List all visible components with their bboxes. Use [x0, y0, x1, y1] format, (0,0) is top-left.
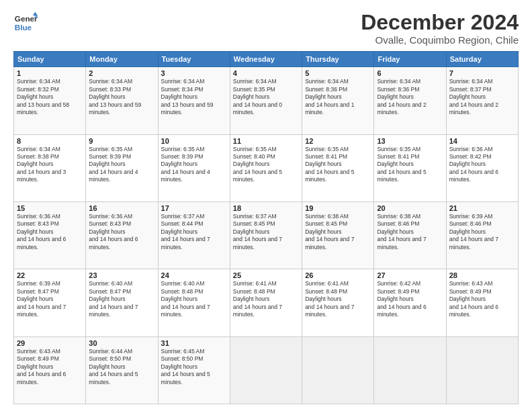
calendar-cell: 31 Sunrise: 6:45 AMSunset: 8:50 PMDaylig…: [158, 336, 230, 404]
day-info: Sunrise: 6:43 AMSunset: 8:49 PMDaylight …: [17, 348, 83, 386]
calendar-week-1: 1 Sunrise: 6:34 AMSunset: 8:32 PMDayligh…: [14, 67, 519, 134]
day-number: 16: [89, 204, 154, 212]
calendar-cell: 5 Sunrise: 6:34 AMSunset: 8:36 PMDayligh…: [302, 67, 374, 134]
page: General Blue December 2024 Ovalle, Coqui…: [0, 0, 532, 411]
calendar-header-row: SundayMondayTuesdayWednesdayThursdayFrid…: [14, 52, 519, 67]
day-number: 25: [233, 271, 299, 279]
day-number: 20: [377, 204, 443, 212]
title-block: December 2024 Ovalle, Coquimbo Region, C…: [361, 11, 519, 46]
day-info: Sunrise: 6:34 AMSunset: 8:38 PMDaylight …: [17, 146, 83, 184]
calendar-cell: 23 Sunrise: 6:40 AMSunset: 8:47 PMDaylig…: [86, 269, 158, 336]
day-info: Sunrise: 6:38 AMSunset: 8:46 PMDaylight …: [377, 213, 443, 251]
calendar-week-5: 29 Sunrise: 6:43 AMSunset: 8:49 PMDaylig…: [14, 336, 519, 404]
calendar-cell: 17 Sunrise: 6:37 AMSunset: 8:44 PMDaylig…: [158, 201, 230, 269]
day-number: 24: [161, 271, 227, 279]
weekday-header-tuesday: Tuesday: [158, 52, 230, 67]
weekday-header-saturday: Saturday: [446, 52, 518, 67]
day-number: 12: [305, 137, 371, 145]
day-info: Sunrise: 6:39 AMSunset: 8:47 PMDaylight …: [17, 280, 83, 318]
calendar-cell: 9 Sunrise: 6:35 AMSunset: 8:39 PMDayligh…: [86, 134, 158, 201]
day-number: 31: [161, 339, 227, 347]
day-number: 1: [17, 69, 83, 77]
day-info: Sunrise: 6:35 AMSunset: 8:40 PMDaylight …: [233, 146, 299, 184]
day-info: Sunrise: 6:44 AMSunset: 8:50 PMDaylight …: [89, 348, 154, 386]
calendar-cell: 4 Sunrise: 6:34 AMSunset: 8:35 PMDayligh…: [230, 67, 302, 134]
day-number: 19: [305, 204, 371, 212]
day-number: 21: [449, 204, 515, 212]
day-info: Sunrise: 6:40 AMSunset: 8:47 PMDaylight …: [89, 280, 154, 318]
day-info: Sunrise: 6:34 AMSunset: 8:35 PMDaylight …: [233, 78, 299, 116]
calendar-cell: 19 Sunrise: 6:38 AMSunset: 8:45 PMDaylig…: [302, 201, 374, 269]
calendar-cell: 12 Sunrise: 6:35 AMSunset: 8:41 PMDaylig…: [302, 134, 374, 201]
calendar-cell: 27 Sunrise: 6:42 AMSunset: 8:49 PMDaylig…: [374, 269, 446, 336]
calendar-cell: [374, 336, 446, 404]
day-number: 18: [233, 204, 299, 212]
weekday-header-thursday: Thursday: [302, 52, 374, 67]
weekday-header-friday: Friday: [374, 52, 446, 67]
logo-icon: General Blue: [13, 11, 38, 35]
day-number: 23: [89, 271, 154, 279]
calendar-cell: 25 Sunrise: 6:41 AMSunset: 8:48 PMDaylig…: [230, 269, 302, 336]
calendar-cell: 8 Sunrise: 6:34 AMSunset: 8:38 PMDayligh…: [14, 134, 86, 201]
calendar-cell: [446, 336, 518, 404]
calendar-table: SundayMondayTuesdayWednesdayThursdayFrid…: [13, 51, 519, 404]
day-info: Sunrise: 6:37 AMSunset: 8:44 PMDaylight …: [161, 213, 227, 251]
day-number: 22: [17, 271, 83, 279]
day-info: Sunrise: 6:41 AMSunset: 8:48 PMDaylight …: [233, 280, 299, 318]
calendar-week-4: 22 Sunrise: 6:39 AMSunset: 8:47 PMDaylig…: [14, 269, 519, 336]
day-number: 17: [161, 204, 227, 212]
calendar-cell: 3 Sunrise: 6:34 AMSunset: 8:34 PMDayligh…: [158, 67, 230, 134]
calendar-cell: 2 Sunrise: 6:34 AMSunset: 8:33 PMDayligh…: [86, 67, 158, 134]
calendar-week-3: 15 Sunrise: 6:36 AMSunset: 8:43 PMDaylig…: [14, 201, 519, 269]
day-number: 9: [89, 137, 154, 145]
day-number: 5: [305, 69, 371, 77]
day-number: 3: [161, 69, 227, 77]
day-number: 29: [17, 339, 83, 347]
calendar-cell: 24 Sunrise: 6:40 AMSunset: 8:48 PMDaylig…: [158, 269, 230, 336]
day-info: Sunrise: 6:34 AMSunset: 8:36 PMDaylight …: [377, 78, 443, 116]
calendar-cell: 21 Sunrise: 6:39 AMSunset: 8:46 PMDaylig…: [446, 201, 518, 269]
day-info: Sunrise: 6:38 AMSunset: 8:45 PMDaylight …: [305, 213, 371, 251]
calendar-cell: 13 Sunrise: 6:35 AMSunset: 8:41 PMDaylig…: [374, 134, 446, 201]
weekday-header-monday: Monday: [86, 52, 158, 67]
day-number: 11: [233, 137, 299, 145]
weekday-header-wednesday: Wednesday: [230, 52, 302, 67]
day-info: Sunrise: 6:42 AMSunset: 8:49 PMDaylight …: [377, 280, 443, 318]
day-number: 14: [449, 137, 515, 145]
day-number: 8: [17, 137, 83, 145]
main-title: December 2024: [361, 11, 519, 34]
day-info: Sunrise: 6:37 AMSunset: 8:45 PMDaylight …: [233, 213, 299, 251]
day-info: Sunrise: 6:36 AMSunset: 8:43 PMDaylight …: [17, 213, 83, 251]
day-info: Sunrise: 6:39 AMSunset: 8:46 PMDaylight …: [449, 213, 515, 251]
subtitle: Ovalle, Coquimbo Region, Chile: [361, 34, 519, 46]
day-info: Sunrise: 6:35 AMSunset: 8:41 PMDaylight …: [377, 146, 443, 184]
day-number: 28: [449, 271, 515, 279]
calendar-cell: 22 Sunrise: 6:39 AMSunset: 8:47 PMDaylig…: [14, 269, 86, 336]
day-number: 4: [233, 69, 299, 77]
day-info: Sunrise: 6:35 AMSunset: 8:41 PMDaylight …: [305, 146, 371, 184]
calendar-cell: 1 Sunrise: 6:34 AMSunset: 8:32 PMDayligh…: [14, 67, 86, 134]
calendar-cell: 29 Sunrise: 6:43 AMSunset: 8:49 PMDaylig…: [14, 336, 86, 404]
calendar-cell: 18 Sunrise: 6:37 AMSunset: 8:45 PMDaylig…: [230, 201, 302, 269]
calendar-body: 1 Sunrise: 6:34 AMSunset: 8:32 PMDayligh…: [14, 67, 519, 404]
day-info: Sunrise: 6:36 AMSunset: 8:43 PMDaylight …: [89, 213, 154, 251]
day-number: 7: [449, 69, 515, 77]
day-number: 13: [377, 137, 443, 145]
calendar-cell: 30 Sunrise: 6:44 AMSunset: 8:50 PMDaylig…: [86, 336, 158, 404]
calendar-cell: 26 Sunrise: 6:41 AMSunset: 8:48 PMDaylig…: [302, 269, 374, 336]
calendar-cell: 20 Sunrise: 6:38 AMSunset: 8:46 PMDaylig…: [374, 201, 446, 269]
day-info: Sunrise: 6:34 AMSunset: 8:33 PMDaylight …: [89, 78, 154, 116]
calendar-cell: [230, 336, 302, 404]
calendar-cell: 11 Sunrise: 6:35 AMSunset: 8:40 PMDaylig…: [230, 134, 302, 201]
calendar-cell: 16 Sunrise: 6:36 AMSunset: 8:43 PMDaylig…: [86, 201, 158, 269]
calendar-cell: 28 Sunrise: 6:43 AMSunset: 8:49 PMDaylig…: [446, 269, 518, 336]
day-info: Sunrise: 6:41 AMSunset: 8:48 PMDaylight …: [305, 280, 371, 318]
svg-text:Blue: Blue: [15, 23, 32, 32]
logo: General Blue: [13, 11, 38, 35]
day-number: 15: [17, 204, 83, 212]
day-info: Sunrise: 6:35 AMSunset: 8:39 PMDaylight …: [89, 146, 154, 184]
day-info: Sunrise: 6:34 AMSunset: 8:37 PMDaylight …: [449, 78, 515, 116]
calendar-cell: 7 Sunrise: 6:34 AMSunset: 8:37 PMDayligh…: [446, 67, 518, 134]
day-info: Sunrise: 6:34 AMSunset: 8:34 PMDaylight …: [161, 78, 227, 116]
header: General Blue December 2024 Ovalle, Coqui…: [13, 11, 519, 46]
